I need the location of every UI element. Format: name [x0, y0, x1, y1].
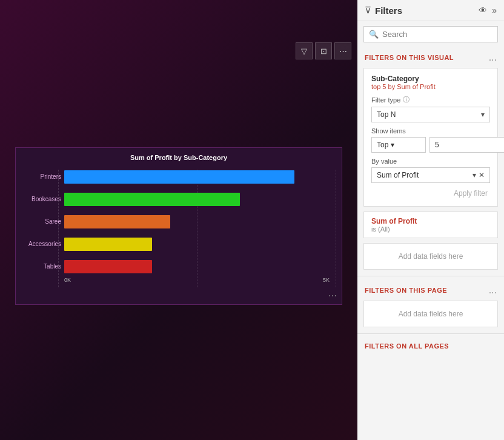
chart-title: Sum of Profit by Sub-Category: [22, 154, 336, 161]
chart-more-button[interactable]: ⋯: [334, 42, 351, 59]
bar-row-printers: Printers: [64, 168, 330, 185]
filter-type-label: Filter type ⓘ: [371, 95, 490, 104]
add-data-fields-visual[interactable]: Add data fields here: [363, 243, 498, 270]
search-box[interactable]: 🔍: [363, 26, 498, 42]
by-value-dropdown-icon[interactable]: ▾: [472, 171, 476, 179]
bar-label-bookcases: Bookcases: [22, 196, 61, 202]
by-value-clear-icon[interactable]: ✕: [479, 171, 485, 179]
filters-on-page-label: Filters on this page: [365, 287, 447, 294]
filters-title-row: ⊽ Filters: [365, 5, 402, 16]
divider-2: [357, 333, 504, 334]
by-value-text: Sum of Profit: [377, 171, 470, 179]
axis-label-start: 0K: [64, 277, 71, 283]
filters-on-visual-label: Filters on this visual: [365, 54, 454, 61]
filters-on-visual-menu[interactable]: ...: [489, 52, 497, 63]
chart-expand-button[interactable]: ⊡: [315, 42, 332, 59]
show-direction-select[interactable]: Top ▾: [371, 137, 426, 153]
filters-on-all-pages-header: Filters on all pages: [357, 338, 504, 352]
show-count-input[interactable]: [429, 137, 504, 153]
apply-filter-button[interactable]: Apply filter: [371, 187, 490, 200]
chart-filter-button[interactable]: ▽: [296, 42, 313, 59]
bar-tables: [64, 260, 152, 273]
bar-bookcases: [64, 193, 240, 206]
axis-label-end: 5K: [323, 277, 330, 283]
show-direction-arrow-icon: ▾: [391, 141, 394, 149]
bar-label-accessories: Accessories: [22, 241, 61, 247]
chart-axis: 0K 5K: [22, 277, 336, 283]
filter-type-info-icon: ⓘ: [403, 95, 409, 104]
bar-accessories: [64, 238, 152, 251]
filters-on-page-menu[interactable]: ...: [489, 285, 497, 296]
bar-row-bookcases: Bookcases: [64, 191, 330, 207]
eye-icon[interactable]: 👁: [479, 5, 487, 15]
add-data-fields-page[interactable]: Add data fields here: [363, 301, 498, 327]
by-value-row[interactable]: Sum of Profit ▾ ✕: [371, 167, 490, 183]
bar-chart-container: Sum of Profit by Sub-Category Printers B…: [15, 147, 342, 305]
search-input[interactable]: [382, 30, 492, 39]
divider-1: [357, 276, 504, 276]
filters-on-visual-header: Filters on this visual ...: [357, 47, 504, 65]
expand-panel-icon[interactable]: »: [492, 5, 497, 15]
by-value-label: By value: [371, 158, 490, 165]
sum-profit-title: Sum of Profit: [371, 217, 490, 225]
filter-card-title: Sub-Category: [371, 75, 490, 83]
bar-saree: [64, 215, 170, 228]
filters-panel-title: Filters: [375, 5, 402, 16]
filter-type-value: Top N: [377, 110, 396, 119]
sum-profit-subtitle: is (All): [371, 225, 490, 233]
bar-label-tables: Tables: [22, 263, 61, 270]
bar-row-accessories: Accessories: [64, 236, 330, 252]
bar-label-printers: Printers: [22, 173, 61, 180]
chart-ellipsis[interactable]: ⋯: [328, 291, 337, 301]
filters-header: ⊽ Filters 👁 »: [357, 0, 504, 21]
bar-row-saree: Saree: [64, 213, 330, 230]
filter-type-arrow-icon: ▾: [481, 110, 485, 119]
sum-of-profit-card: Sum of Profit is (All): [363, 212, 498, 238]
filters-panel: ⊽ Filters 👁 » 🔍 Filters on this visual .…: [357, 0, 504, 440]
filters-on-page-header: Filters on this page ...: [357, 280, 504, 298]
header-icons: 👁 »: [479, 5, 497, 15]
filter-type-select[interactable]: Top N ▾: [371, 107, 490, 122]
bar-chart: Printers Bookcases Saree Accessories Tab…: [22, 168, 336, 275]
show-direction-value: Top: [377, 141, 388, 149]
filter-funnel-icon: ⊽: [365, 5, 371, 16]
filters-on-all-pages-label: Filters on all pages: [365, 342, 449, 350]
chart-area: ▽ ⊡ ⋯ Sum of Profit by Sub-Category Prin…: [0, 0, 357, 440]
show-items-label: Show items: [371, 127, 490, 135]
show-items-row: Top ▾: [371, 137, 490, 153]
subcategory-filter-card: Sub-Category top 5 by Sum of Profit Filt…: [363, 68, 498, 207]
search-icon: 🔍: [369, 30, 379, 39]
bar-label-saree: Saree: [22, 218, 61, 225]
chart-toolbar: ▽ ⊡ ⋯: [296, 42, 351, 59]
bar-printers: [64, 170, 294, 184]
bar-row-tables: Tables: [64, 258, 330, 275]
by-value-icons: ▾ ✕: [472, 171, 485, 179]
filter-card-subtitle: top 5 by Sum of Profit: [371, 83, 490, 90]
